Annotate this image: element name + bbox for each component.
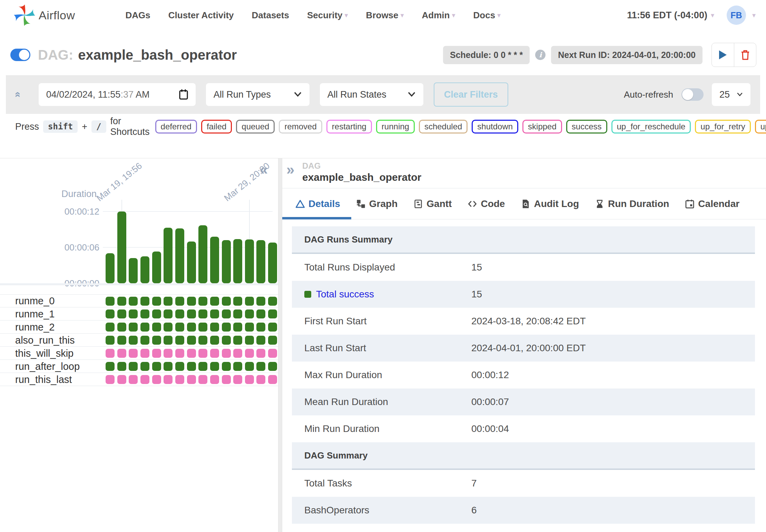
task-label[interactable]: runme_0 xyxy=(15,295,55,307)
task-instance-cell[interactable] xyxy=(140,375,149,384)
legend-chip-success[interactable]: success xyxy=(566,120,607,134)
task-instance-cell[interactable] xyxy=(222,362,231,371)
task-instance-cell[interactable] xyxy=(210,349,219,358)
task-instance-cell[interactable] xyxy=(129,336,138,345)
task-instance-cell[interactable] xyxy=(187,297,196,306)
delete-dag-button[interactable] xyxy=(734,43,756,67)
duration-bar[interactable] xyxy=(268,243,277,283)
task-instance-cell[interactable] xyxy=(152,375,161,384)
tab-graph[interactable]: Graph xyxy=(356,198,397,209)
task-instance-cell[interactable] xyxy=(140,323,149,332)
legend-chip-scheduled[interactable]: scheduled xyxy=(419,120,468,134)
task-instance-cell[interactable] xyxy=(210,309,219,318)
task-instance-cell[interactable] xyxy=(106,349,115,358)
task-instance-cell[interactable] xyxy=(129,323,138,332)
task-instance-cell[interactable] xyxy=(245,349,254,358)
task-instance-cell[interactable] xyxy=(245,297,254,306)
trigger-dag-button[interactable] xyxy=(712,43,734,67)
task-instance-cell[interactable] xyxy=(152,309,161,318)
legend-chip-up-for-retry[interactable]: up_for_retry xyxy=(695,120,750,134)
task-instance-cell[interactable] xyxy=(198,349,207,358)
task-instance-cell[interactable] xyxy=(140,336,149,345)
task-instance-cell[interactable] xyxy=(140,297,149,306)
task-instance-cell[interactable] xyxy=(106,362,115,371)
task-instance-cell[interactable] xyxy=(210,375,219,384)
task-instance-cell[interactable] xyxy=(268,349,277,358)
duration-bar[interactable] xyxy=(164,228,173,283)
task-instance-cell[interactable] xyxy=(187,323,196,332)
task-instance-cell[interactable] xyxy=(164,349,173,358)
task-instance-cell[interactable] xyxy=(233,336,242,345)
tab-code[interactable]: Code xyxy=(468,198,505,209)
duration-bar[interactable] xyxy=(233,239,242,283)
task-instance-cell[interactable] xyxy=(117,375,126,384)
task-instance-cell[interactable] xyxy=(245,309,254,318)
task-instance-cell[interactable] xyxy=(233,362,242,371)
legend-chip-shutdown[interactable]: shutdown xyxy=(472,120,518,134)
task-instance-cell[interactable] xyxy=(152,349,161,358)
task-instance-cell[interactable] xyxy=(175,349,184,358)
task-instance-cell[interactable] xyxy=(222,349,231,358)
task-label[interactable]: run_after_loop xyxy=(15,361,80,372)
legend-chip-queued[interactable]: queued xyxy=(236,120,275,134)
task-instance-cell[interactable] xyxy=(117,309,126,318)
airflow-logo[interactable]: Airflow xyxy=(14,4,75,26)
task-instance-cell[interactable] xyxy=(245,323,254,332)
task-instance-cell[interactable] xyxy=(268,362,277,371)
row-label[interactable]: Total success xyxy=(316,289,374,300)
expand-details-icon[interactable]: » xyxy=(286,162,294,177)
task-instance-cell[interactable] xyxy=(222,336,231,345)
task-instance-cell[interactable] xyxy=(268,323,277,332)
duration-bar[interactable] xyxy=(187,242,196,283)
task-instance-cell[interactable] xyxy=(256,323,265,332)
task-instance-cell[interactable] xyxy=(164,309,173,318)
task-instance-cell[interactable] xyxy=(129,297,138,306)
task-instance-cell[interactable] xyxy=(106,323,115,332)
legend-chip-failed[interactable]: failed xyxy=(201,120,232,134)
task-instance-cell[interactable] xyxy=(164,362,173,371)
duration-bar[interactable] xyxy=(256,240,265,283)
task-instance-cell[interactable] xyxy=(222,309,231,318)
task-instance-cell[interactable] xyxy=(245,336,254,345)
run-states-select[interactable]: All Run States xyxy=(320,83,423,106)
task-instance-cell[interactable] xyxy=(222,297,231,306)
dag-pause-toggle[interactable] xyxy=(10,49,30,61)
nav-item-dags[interactable]: DAGs xyxy=(117,10,159,21)
task-instance-cell[interactable] xyxy=(117,323,126,332)
task-instance-cell[interactable] xyxy=(210,297,219,306)
duration-bar[interactable] xyxy=(245,239,254,283)
task-instance-cell[interactable] xyxy=(106,336,115,345)
duration-bar[interactable] xyxy=(106,253,115,283)
nav-item-security[interactable]: Security▾ xyxy=(298,10,357,21)
base-date-input[interactable]: 04/02/2024, 11:55:37 AM xyxy=(39,83,196,106)
task-instance-cell[interactable] xyxy=(140,362,149,371)
task-instance-cell[interactable] xyxy=(129,362,138,371)
task-instance-cell[interactable] xyxy=(175,375,184,384)
nav-item-docs[interactable]: Docs▾ xyxy=(464,10,510,21)
task-instance-cell[interactable] xyxy=(164,336,173,345)
task-instance-cell[interactable] xyxy=(233,349,242,358)
nav-item-browse[interactable]: Browse▾ xyxy=(357,10,413,21)
task-instance-cell[interactable] xyxy=(256,362,265,371)
legend-chip-running[interactable]: running xyxy=(376,120,415,134)
task-instance-cell[interactable] xyxy=(152,362,161,371)
task-instance-cell[interactable] xyxy=(198,362,207,371)
nav-item-cluster-activity[interactable]: Cluster Activity xyxy=(159,10,243,21)
legend-chip-up-for-reschedule[interactable]: up_for_reschedule xyxy=(611,120,691,134)
task-instance-cell[interactable] xyxy=(175,297,184,306)
task-label[interactable]: also_run_this xyxy=(15,334,75,346)
legend-chip-deferred[interactable]: deferred xyxy=(155,120,197,134)
task-instance-cell[interactable] xyxy=(210,323,219,332)
task-instance-cell[interactable] xyxy=(222,375,231,384)
task-instance-cell[interactable] xyxy=(175,323,184,332)
legend-chip-skipped[interactable]: skipped xyxy=(522,120,562,134)
task-instance-cell[interactable] xyxy=(152,297,161,306)
task-instance-cell[interactable] xyxy=(117,297,126,306)
task-instance-cell[interactable] xyxy=(210,362,219,371)
duration-bar[interactable] xyxy=(152,252,161,283)
task-instance-cell[interactable] xyxy=(117,349,126,358)
task-instance-cell[interactable] xyxy=(256,375,265,384)
nav-item-admin[interactable]: Admin▾ xyxy=(413,10,464,21)
collapse-filters-icon[interactable]: « xyxy=(13,92,23,98)
task-instance-cell[interactable] xyxy=(187,362,196,371)
